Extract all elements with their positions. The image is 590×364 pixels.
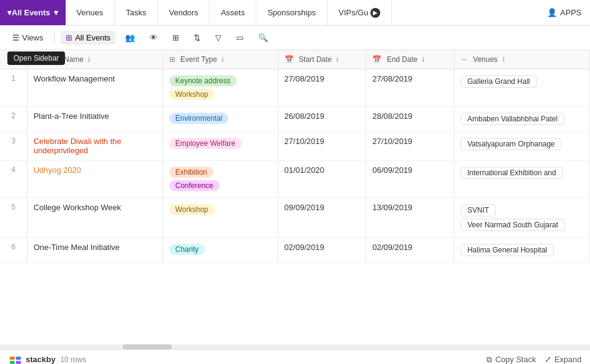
venue-tag[interactable]: Galleria Grand Hall [461,75,537,88]
menu-button[interactable]: ☰ Views [7,31,48,45]
event-type-tag[interactable]: Workshop [169,204,215,215]
table-row[interactable]: 6One-Time Meal InitiativeCharity02/09/20… [0,238,590,263]
expand-button[interactable]: ⤢ Expand [545,355,581,364]
venues-header[interactable]: ↔ Venues ℹ [454,50,589,69]
start-date-cell: 02/09/2019 [278,238,366,263]
venue-tag[interactable]: Veer Narmad South Gujarat [461,219,565,231]
venues-cell: International Exhibition and [454,161,589,198]
table-row[interactable]: 2Plant-a-Tree InitiativeEnvironmental26/… [0,107,590,132]
expand-icon: ⤢ [545,355,551,364]
row-number: 5 [0,198,27,238]
event-name-cell[interactable]: Workflow Management [27,69,163,107]
sort-button[interactable]: ⇅ [189,31,205,45]
event-name-text: Plant-a-Tree Initiative [34,112,109,121]
event-name-cell[interactable]: Plant-a-Tree Initiative [27,107,163,132]
layout-button[interactable]: ▭ [231,31,248,45]
chevron-left-icon: ▾ [7,8,12,17]
venues-cell: Halima General Hospital [454,238,589,263]
end-date-header[interactable]: 📅 End Date ℹ [366,50,454,69]
all-events-view-label: All Events [75,33,110,42]
venues-cell: Vatsalyapuram Orphanage [454,132,589,161]
end-date-col-icon: 📅 [372,55,381,64]
event-name-text: College Workshop Week [34,203,121,212]
end-date-cell: 28/08/2019 [366,107,454,132]
event-type-tag[interactable]: Exhibition [169,167,213,178]
tab-venues[interactable]: Venues [66,0,115,25]
venues-info-icon: ℹ [502,56,505,63]
filter-icon: ⊞ [172,33,179,42]
end-date-text: 02/09/2019 [372,243,412,252]
venues-cell: SVNITVeer Narmad South Gujarat [454,198,589,238]
event-name-cell[interactable]: College Workshop Week [27,198,163,238]
start-date-text: 01/01/2020 [285,165,324,175]
copy-stack-button[interactable]: ⧉ Copy Stack [486,355,535,365]
table-row[interactable]: 5College Workshop WeekWorkshop09/09/2019… [0,198,590,238]
tab-sponsorships[interactable]: Sponsorships [256,0,328,25]
apps-button[interactable]: 👤 APPS [538,0,590,25]
event-type-tag[interactable]: Environmental [169,113,229,124]
filter-button[interactable]: ⊞ [167,31,184,45]
event-name-cell[interactable]: Celebrate Diwali with the underprivilege… [27,132,163,161]
bottom-right-section: ⧉ Copy Stack ⤢ Expand [486,355,581,365]
funnel-button[interactable]: ▽ [210,31,226,45]
start-date-cell: 27/10/2019 [278,132,366,161]
venue-tag[interactable]: Halima General Hospital [461,244,554,256]
end-date-info-icon: ℹ [422,56,424,63]
event-type-cell: Employee Welfare [163,132,278,161]
arrow-right-icon: ▶ [370,8,380,18]
event-type-tag[interactable]: Charity [169,244,205,255]
venues-col-icon: ↔ [461,55,468,64]
event-type-tag[interactable]: Workshop [169,89,215,100]
tab-vendors[interactable]: Vendors [158,0,210,25]
event-type-tag[interactable]: Conference [169,180,220,191]
venue-tag[interactable]: International Exhibition and [461,167,563,179]
end-date-cell: 02/09/2019 [366,238,454,263]
table-header-row: ≡ Event Name ℹ ⊞ Event Type ℹ 📅 Start Da… [0,50,590,69]
scroll-thumb[interactable] [123,344,172,349]
end-date-text: 13/09/2019 [372,203,412,212]
venue-tag[interactable]: SVNIT [461,204,496,216]
row-number: 3 [0,132,27,161]
end-date-cell: 27/08/2019 [366,69,454,107]
chevron-down-icon: ▾ [54,8,58,17]
sort-icon: ⇅ [194,33,201,42]
start-date-text: 02/09/2019 [285,243,324,252]
event-name-cell[interactable]: Udhyog 2020 [27,161,163,198]
event-type-info-icon: ℹ [221,56,224,63]
start-date-text: 26/08/2019 [285,112,324,121]
start-date-text: 09/09/2019 [285,203,324,212]
search-button[interactable]: 🔍 [253,31,273,45]
rows-count: 10 rows [60,355,86,364]
event-name-cell[interactable]: One-Time Meal Initiative [27,238,163,263]
table-row[interactable]: 1Workflow ManagementKeynote addressWorks… [0,69,590,107]
start-date-header[interactable]: 📅 Start Date ℹ [278,50,366,69]
venue-tag[interactable]: Ambaben Vallabhbhai Patel [461,113,564,125]
eye-button[interactable]: 👁 [145,31,163,45]
start-date-cell: 01/01/2020 [278,161,366,198]
event-type-cell: Charity [163,238,278,263]
stackby-logo-icon [9,353,22,365]
event-type-tag[interactable]: Employee Welfare [169,138,242,149]
start-date-cell: 09/09/2019 [278,198,366,238]
event-type-header[interactable]: ⊞ Event Type ℹ [163,50,278,69]
start-date-cell: 27/08/2019 [278,69,366,107]
end-date-cell: 06/09/2019 [366,161,454,198]
start-date-col-icon: 📅 [285,55,294,64]
event-name-text: Celebrate Diwali with the underprivilege… [34,137,121,155]
all-events-view-btn[interactable]: ⊞ All Events [61,31,115,45]
table-row[interactable]: 3Celebrate Diwali with the underprivileg… [0,132,590,161]
table-container[interactable]: ≡ Event Name ℹ ⊞ Event Type ℹ 📅 Start Da… [0,50,590,344]
table-row[interactable]: 4Udhyog 2020ExhibitionConference01/01/20… [0,161,590,198]
event-type-tag[interactable]: Keynote address [169,75,237,86]
people-button[interactable]: 👥 [120,31,140,45]
venue-tag[interactable]: Vatsalyapuram Orphanage [461,138,562,150]
event-name-text: One-Time Meal Initiative [34,243,120,252]
top-navigation: ▾ All Events ▾ Venues Tasks Vendors Asse… [0,0,590,26]
all-events-dropdown[interactable]: ▾ All Events ▾ [0,0,66,25]
tab-tasks[interactable]: Tasks [115,0,158,25]
horizontal-scrollbar[interactable] [0,344,590,349]
end-date-text: 27/10/2019 [372,137,412,146]
row-number: 1 [0,69,27,107]
tab-assets[interactable]: Assets [210,0,256,25]
tab-vips[interactable]: VIPs/Gu ▶ [328,0,392,25]
